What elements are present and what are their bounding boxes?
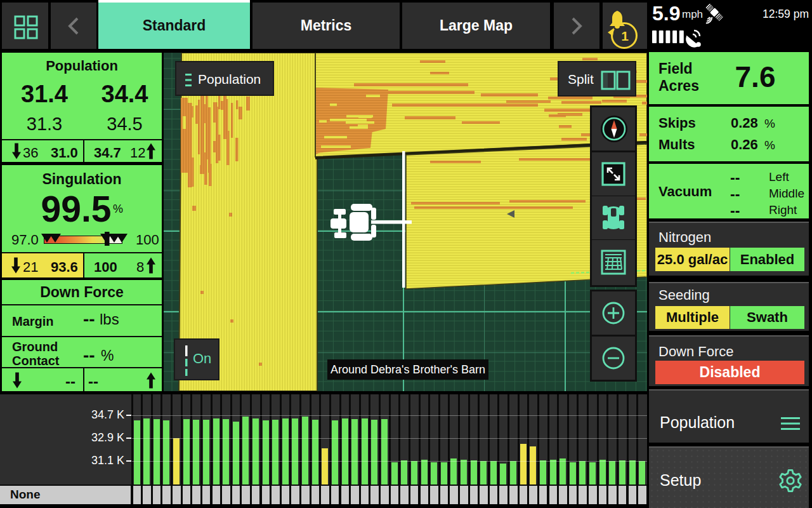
svg-text:1: 1 <box>621 29 629 43</box>
